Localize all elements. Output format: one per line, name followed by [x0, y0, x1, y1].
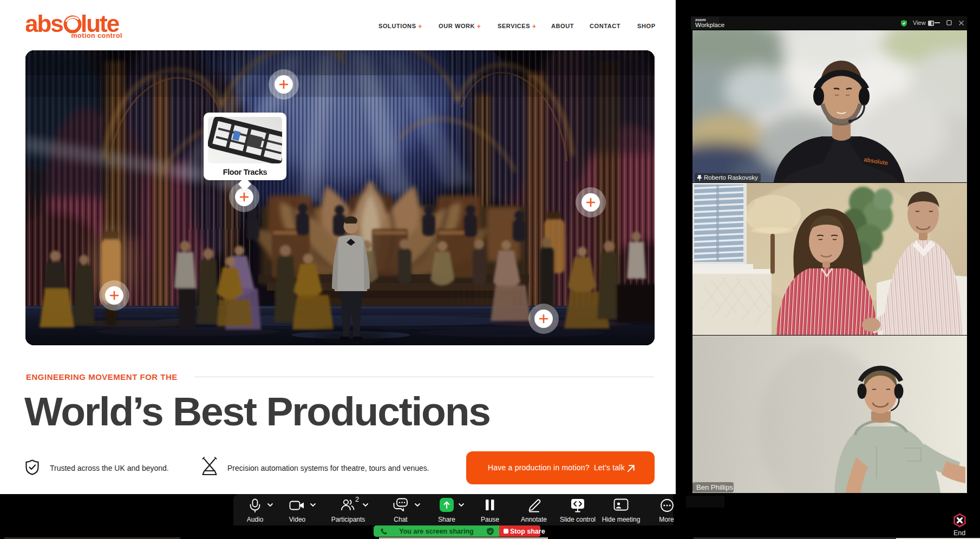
- svg-text:abs: abs: [26, 11, 63, 37]
- svg-text:motion control: motion control: [71, 32, 123, 38]
